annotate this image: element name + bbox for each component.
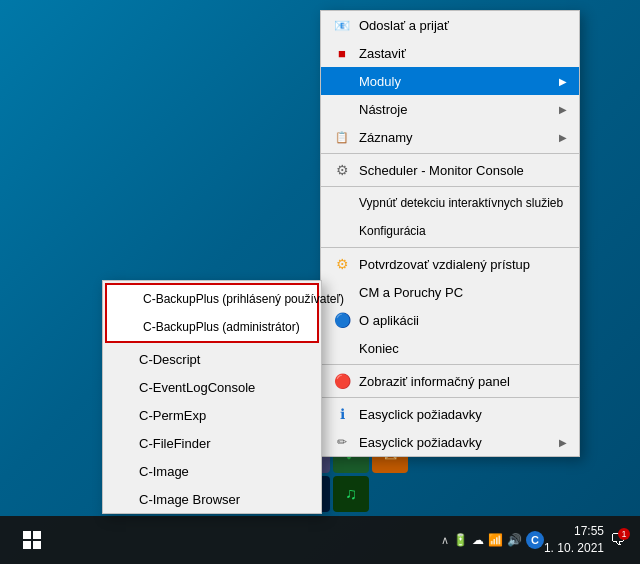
notification-button[interactable]: 🗨 1 [604, 526, 632, 554]
notification-badge: 1 [618, 528, 630, 540]
tray-wifi-icon[interactable]: 📶 [488, 533, 503, 547]
menu-item-o-aplikacii[interactable]: Koniec [321, 334, 579, 362]
menu-item-potvrdzovat[interactable]: CM a Poruchy PC [321, 278, 579, 306]
clock[interactable]: 17:55 1. 10. 2021 [544, 523, 604, 557]
submenu-item-image[interactable]: C-Image [103, 457, 321, 485]
system-tray: ∧ 🔋 ☁ 📶 🔊 C [441, 531, 544, 549]
menu-item-scheduler[interactable]: ⚙ Scheduler - Monitor Console [321, 156, 579, 184]
menu-item-label: Koniec [359, 341, 567, 356]
submenu-item-label: C-FileFinder [139, 436, 311, 451]
arrow-icon: ▶ [559, 104, 567, 115]
menu-separator [321, 247, 579, 248]
menu-item-konfiguracia[interactable]: ⚙ Potvrdzovať vzdialený prístup [321, 250, 579, 278]
arrow-icon: ▶ [559, 76, 567, 87]
desktop: 📧 Odoslať a prijať ■ Zastaviť Moduly ▶ N… [0, 0, 640, 564]
backupplus-user-icon [117, 290, 135, 308]
odoslat-icon: 📧 [333, 16, 351, 34]
easyclick-icon: ✏ [333, 433, 351, 451]
highlighted-group: C-BackupPlus (prihlásený používateľ) C-B… [105, 283, 319, 343]
imagebrowser-icon [113, 490, 131, 508]
descript-icon [113, 350, 131, 368]
backupplus-admin-icon [117, 318, 135, 336]
menu-item-koniec[interactable]: 🔴 Zobraziť informačný panel [321, 367, 579, 395]
submenu-item-label: C-PermExp [139, 408, 311, 423]
permexp-icon [113, 406, 131, 424]
menu-item-zastavit[interactable]: ■ Zastaviť [321, 39, 579, 67]
menu-item-nastroje[interactable]: Nástroje ▶ [321, 95, 579, 123]
submenu-item-label: C-EventLogConsole [139, 380, 311, 395]
vypnut-icon [333, 222, 351, 240]
menu-item-label: Scheduler - Monitor Console [359, 163, 567, 178]
eventlog-icon [113, 378, 131, 396]
zaznamy-icon: 📋 [333, 128, 351, 146]
submenu-item-label: C-Descript [139, 352, 311, 367]
submenu-item-permexp[interactable]: C-PermExp [103, 401, 321, 429]
submenu-item-label: C-BackupPlus (administrátor) [143, 320, 307, 334]
tray-chevron-icon[interactable]: ∧ [441, 534, 449, 547]
submenu-item-backupplus-admin[interactable]: C-BackupPlus (administrátor) [107, 313, 317, 341]
menu-item-moduly[interactable]: Moduly ▶ [321, 67, 579, 95]
submenu-item-descript[interactable]: C-Descript [103, 345, 321, 373]
start-icon [23, 531, 41, 549]
menu-item-label: Zastaviť [359, 46, 567, 61]
nastroje-icon [333, 100, 351, 118]
menu-item-easyclick[interactable]: ✏ Easyclick požiadavky ▶ [321, 428, 579, 456]
menu-item-label: Zobraziť informačný panel [359, 374, 567, 389]
menu-item-label: Konfigurácia [359, 224, 567, 238]
submenu-moduly: C-BackupPlus (prihlásený používateľ) C-B… [102, 280, 322, 514]
menu-separator [321, 397, 579, 398]
menu-separator [321, 153, 579, 154]
menu-item-label: Vypnúť detekciu interaktívnych služieb [359, 196, 567, 210]
menu-item-cm-poruchy[interactable]: 🔵 O aplikácii [321, 306, 579, 334]
zobrazit-icon: ℹ [333, 405, 351, 423]
konfiguracia-icon: ⚙ [333, 255, 351, 273]
menu-item-vypnut[interactable]: Konfigurácia [321, 217, 579, 245]
menu-item-zobrazit[interactable]: ℹ Easyclick požiadavky [321, 400, 579, 428]
menu-item-odoslat[interactable]: 📧 Odoslať a prijať [321, 11, 579, 39]
clock-time: 17:55 [544, 523, 604, 540]
tray-volume-icon[interactable]: 🔊 [507, 533, 522, 547]
menu-item-prepnut[interactable]: Vypnúť detekciu interaktívnych služieb [321, 189, 579, 217]
koniec-icon: 🔴 [333, 372, 351, 390]
submenu-item-imagebrowser[interactable]: C-Image Browser [103, 485, 321, 513]
submenu-item-label: C-Image [139, 464, 311, 479]
submenu-item-label: C-BackupPlus (prihlásený používateľ) [143, 292, 344, 306]
clock-date: 1. 10. 2021 [544, 540, 604, 557]
image-icon [113, 462, 131, 480]
submenu-item-filefinder[interactable]: C-FileFinder [103, 429, 321, 457]
prepnut-icon [333, 194, 351, 212]
menu-item-label: O aplikácii [359, 313, 567, 328]
menu-separator [321, 364, 579, 365]
menu-item-label: Záznamy [359, 130, 559, 145]
menu-item-zaznamy[interactable]: 📋 Záznamy ▶ [321, 123, 579, 151]
scheduler-icon: ⚙ [333, 161, 351, 179]
filefinder-icon [113, 434, 131, 452]
o-aplikacii-icon [333, 339, 351, 357]
tray-c-icon[interactable]: C [526, 531, 544, 549]
arrow-icon: ▶ [559, 437, 567, 448]
submenu-item-label: C-Image Browser [139, 492, 311, 507]
menu-item-label: CM a Poruchy PC [359, 285, 567, 300]
start-button[interactable] [8, 516, 56, 564]
tray-cloud-icon[interactable]: ☁ [472, 533, 484, 547]
menu-item-label: Potvrdzovať vzdialený prístup [359, 257, 567, 272]
arrow-icon: ▶ [559, 132, 567, 143]
submenu-item-backupplus-user[interactable]: C-BackupPlus (prihlásený používateľ) [107, 285, 317, 313]
menu-item-label: Moduly [359, 74, 559, 89]
menu-separator [321, 186, 579, 187]
tray-battery-icon[interactable]: 🔋 [453, 533, 468, 547]
menu-item-label: Easyclick požiadavky [359, 407, 567, 422]
menu-item-label: Odoslať a prijať [359, 18, 567, 33]
spotify-icon[interactable]: ♫ [333, 476, 369, 512]
submenu-item-eventlog[interactable]: C-EventLogConsole [103, 373, 321, 401]
taskbar: ∧ 🔋 ☁ 📶 🔊 C 17:55 1. 10. 2021 🗨 1 [0, 516, 640, 564]
menu-item-label: Nástroje [359, 102, 559, 117]
menu-item-label: Easyclick požiadavky [359, 435, 559, 450]
zastavit-icon: ■ [333, 44, 351, 62]
context-menu: 📧 Odoslať a prijať ■ Zastaviť Moduly ▶ N… [320, 10, 580, 457]
cm-icon: 🔵 [333, 311, 351, 329]
moduly-icon [333, 72, 351, 90]
